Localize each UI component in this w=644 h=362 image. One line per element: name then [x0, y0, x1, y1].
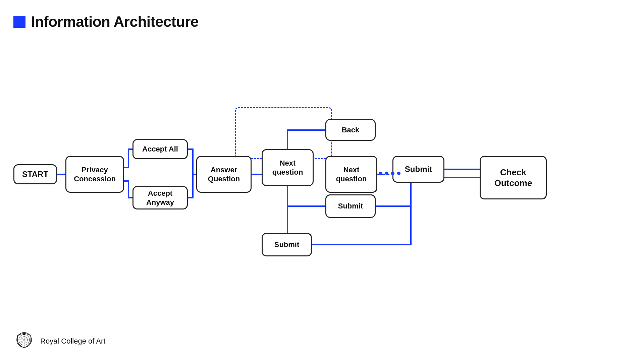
start-node: START — [13, 164, 57, 184]
next-question-1-node: Next question — [262, 149, 314, 186]
accept-all-node: Accept All — [132, 139, 188, 159]
accept-anyway-node: Accept Anyway — [132, 186, 188, 209]
footer: Royal College of Art — [13, 330, 105, 352]
submit-mid-node: Submit — [325, 194, 376, 218]
footer-org-name: Royal College of Art — [40, 337, 105, 346]
submit-main-node: Submit — [392, 156, 444, 183]
next-question-2-node: Next question — [325, 156, 377, 193]
accent-square — [13, 16, 25, 28]
page-title: Information Architecture — [31, 13, 199, 30]
submit-bottom-node: Submit — [262, 233, 312, 256]
ellipsis-dots — [379, 172, 400, 175]
check-outcome-node: Check Outcome — [480, 156, 547, 199]
privacy-concession-node: Privacy Concession — [65, 156, 124, 193]
diagram: START Privacy Concession Accept All Acce… — [0, 54, 644, 315]
rca-logo — [13, 330, 35, 352]
header: Information Architecture — [13, 13, 199, 30]
answer-question-node: Answer Question — [196, 156, 252, 193]
back-node: Back — [325, 119, 376, 141]
